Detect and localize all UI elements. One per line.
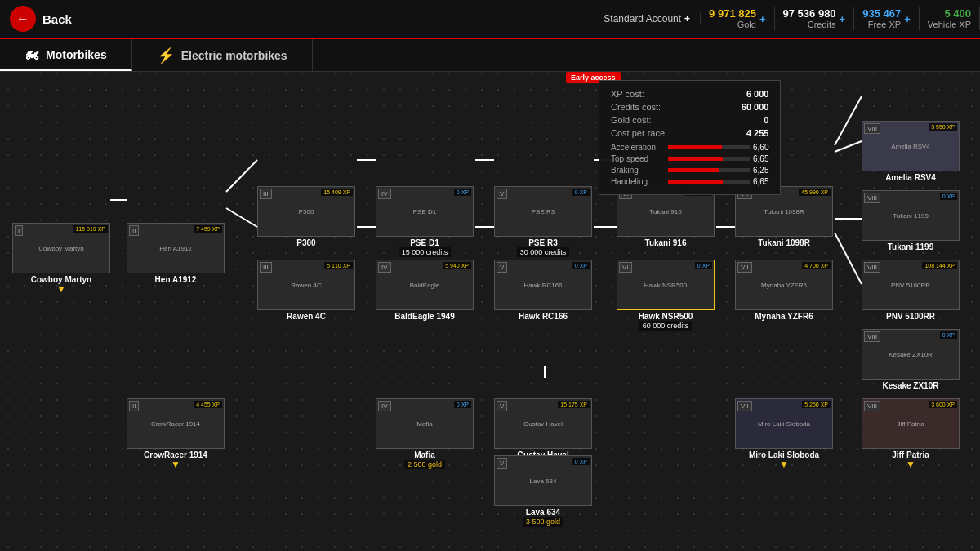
vehicle-image-jiff-patria: Jiff Patria VIII 3 600 XP bbox=[862, 398, 960, 449]
back-icon: ← bbox=[10, 6, 36, 32]
vehicle-p300[interactable]: P300 III 15 409 XP P300 bbox=[257, 186, 355, 247]
credits-label: Credits bbox=[808, 20, 836, 30]
vehicle-image-kesake-zx10r: Kesake ZX10R VIII 0 XP bbox=[862, 329, 960, 380]
vehicle-tukani-1199[interactable]: Tukani 1199 VIII 0 XP Tukani 1199 bbox=[862, 190, 960, 251]
vehicle-hawk-nsr500[interactable]: Hawk NSR500 VI 0 XP Hawk NSR500 60 000 c… bbox=[617, 260, 715, 331]
stat-braking: Braking 6,25 bbox=[611, 166, 768, 175]
vehicle-image-amelia-rsv4: Amelia RSV4 VIII 3 550 XP bbox=[862, 121, 960, 171]
electric-icon: ⚡ bbox=[157, 47, 175, 64]
topbar: ← Back Standard Account + 9 971 825 Gold… bbox=[0, 0, 980, 39]
credits-plus[interactable]: + bbox=[840, 13, 846, 25]
tooltip-cpr-value: 4 255 bbox=[746, 128, 769, 138]
vehiclexp-label: Vehicle XP bbox=[928, 20, 971, 30]
vehicle-image-tukani-1199: Tukani 1199 VIII 0 XP bbox=[862, 190, 960, 241]
tooltip-gold-row: Gold cost: 0 bbox=[611, 115, 768, 125]
vehicle-image-mafia: Mafia IV 0 XP bbox=[376, 398, 474, 449]
tooltip-credits-row: Credits cost: 60 000 bbox=[611, 102, 768, 112]
vehicle-cowboy-martyn[interactable]: Cowboy Martyn I 115 019 XP Cowboy Martyn… bbox=[12, 223, 110, 294]
vehicle-miro-laki-sloboda[interactable]: Miro Laki Sloboda VII 5 250 XP Miro Laki… bbox=[735, 398, 833, 469]
freexp-section: 935 467 Free XP + bbox=[854, 7, 920, 31]
vehicle-jiff-patria[interactable]: Jiff Patria VIII 3 600 XP Jiff Patria ▼ bbox=[862, 398, 960, 469]
tooltip-xp-value: 6 000 bbox=[746, 89, 769, 99]
tabs: 🏍 Motorbikes ⚡ Electric motorbikes bbox=[0, 39, 980, 72]
vehicle-kesake-zx10r[interactable]: Kesake ZX10R VIII 0 XP Kesake ZX10R bbox=[862, 329, 960, 390]
tooltip-credits-label: Credits cost: bbox=[611, 102, 661, 112]
vehicle-image-p300: P300 III 15 409 XP bbox=[257, 186, 355, 237]
vehicle-pnv-5100rr[interactable]: PNV 5100RR VIII 108 144 XP PNV 5100RR bbox=[862, 260, 960, 321]
tooltip-cpr-row: Cost per race 4 255 bbox=[611, 128, 768, 138]
tab-electric[interactable]: ⚡ Electric motorbikes bbox=[132, 39, 313, 71]
credits-section: 97 536 980 Credits + bbox=[775, 7, 855, 31]
vehiclexp-section: 5 400 Vehicle XP bbox=[920, 7, 980, 31]
vehicle-hen-a1912[interactable]: Hen A1912 II 7 459 XP Hen A1912 bbox=[127, 223, 225, 284]
tab-electric-label: Electric motorbikes bbox=[181, 49, 287, 62]
vehicle-lava-634[interactable]: Lava 634 V 0 XP Lava 634 3 500 gold bbox=[494, 455, 592, 527]
vehicle-image-gustav-havel: Gustav Havel V 15 175 XP bbox=[494, 398, 592, 449]
tooltip-gold-label: Gold cost: bbox=[611, 115, 652, 125]
vehiclexp-value: 5 400 bbox=[944, 7, 971, 20]
vehicle-image-pse-r3: PSE R3 V 0 XP bbox=[494, 186, 592, 237]
tooltip-xp-row: XP cost: 6 000 bbox=[611, 89, 768, 99]
vehicle-gustav-havel[interactable]: Gustav Havel V 15 175 XP Gustav Havel bbox=[494, 398, 592, 460]
tooltip-cpr-label: Cost per race bbox=[611, 128, 665, 138]
vehicle-rawen-4c[interactable]: Rawen 4C III 5 110 XP Rawen 4C bbox=[257, 260, 355, 321]
vehicle-image-lava-634: Lava 634 V 0 XP bbox=[494, 455, 592, 506]
tooltip-credits-value: 60 000 bbox=[742, 102, 769, 112]
vehicle-amelia-rsv4[interactable]: Amelia RSV4 VIII 3 550 XP Amelia RSV4 bbox=[862, 121, 960, 182]
vehicle-image-hawk-nsr500: Hawk NSR500 VI 0 XP bbox=[617, 260, 715, 310]
vehicle-tukani-916[interactable]: Tukani 916 VI 7 754 XP Tukani 916 bbox=[617, 186, 715, 247]
vehicle-image-baldeagle-1949: BaldEagle IV 5 940 XP bbox=[376, 260, 474, 310]
vehicle-image-pnv-5100rr: PNV 5100RR VIII 108 144 XP bbox=[862, 260, 960, 310]
vehicle-tukani-1098r[interactable]: Tukani 1098R VII 45 990 XP Tukani 1098R bbox=[735, 186, 833, 247]
stat-acceleration: Acceleration 6,60 bbox=[611, 143, 768, 152]
gold-label: Gold bbox=[737, 20, 756, 30]
vehicle-image-rawen-4c: Rawen 4C III 5 110 XP bbox=[257, 260, 355, 310]
vehicle-mafia[interactable]: Mafia IV 0 XP Mafia 2 500 gold bbox=[376, 398, 474, 469]
vehicle-image-hen-a1912: Hen A1912 II 7 459 XP bbox=[127, 223, 225, 273]
tech-tree: Cowboy Martyn I 115 019 XP Cowboy Martyn… bbox=[0, 72, 980, 551]
vehicle-hawk-rc166[interactable]: Hawk RC166 V 0 XP Hawk RC166 bbox=[494, 260, 592, 321]
vehicle-image-pse-d1: PSE D1 IV 0 XP bbox=[376, 186, 474, 237]
vehicle-baldeagle-1949[interactable]: BaldEagle IV 5 940 XP BaldEagle 1949 bbox=[376, 260, 474, 321]
tooltip-stats: Acceleration 6,60 Top speed 6,65 Braking… bbox=[611, 143, 768, 186]
vehicle-mynaha-yzfr6[interactable]: Mynaha YZFR6 VII 4 700 XP Mynaha YZFR6 bbox=[735, 260, 833, 321]
account-label: Standard Account bbox=[604, 13, 681, 24]
account-plus[interactable]: + bbox=[684, 13, 690, 24]
stat-handling: Handeling 6,65 bbox=[611, 177, 768, 186]
back-label: Back bbox=[42, 12, 72, 26]
vehicle-image-cowboy-martyn: Cowboy Martyn I 115 019 XP bbox=[12, 223, 110, 273]
vehicle-pse-d1[interactable]: PSE D1 IV 0 XP PSE D1 15 000 credits bbox=[376, 186, 474, 257]
stat-topspeed: Top speed 6,65 bbox=[611, 154, 768, 163]
vehicle-image-miro-laki-sloboda: Miro Laki Sloboda VII 5 250 XP bbox=[735, 398, 833, 449]
tooltip-xp-label: XP cost: bbox=[611, 89, 644, 99]
vehicle-crowracer-1914[interactable]: CrowRacer 1914 II 4 455 XP CrowRacer 191… bbox=[127, 398, 225, 469]
back-button[interactable]: ← Back bbox=[10, 6, 72, 32]
freexp-plus[interactable]: + bbox=[904, 13, 911, 25]
vehicle-image-mynaha-yzfr6: Mynaha YZFR6 VII 4 700 XP bbox=[735, 260, 833, 310]
vehicle-image-hawk-rc166: Hawk RC166 V 0 XP bbox=[494, 260, 592, 310]
tab-motorbikes[interactable]: 🏍 Motorbikes bbox=[0, 39, 132, 71]
credits-value: 97 536 980 bbox=[783, 7, 836, 20]
freexp-value: 935 467 bbox=[862, 7, 901, 20]
topbar-right: Standard Account + 9 971 825 Gold + 97 5… bbox=[594, 7, 980, 31]
tooltip-gold-value: 0 bbox=[764, 115, 768, 125]
gold-plus[interactable]: + bbox=[760, 13, 766, 25]
account-section: Standard Account + bbox=[594, 13, 701, 24]
gold-section: 9 971 825 Gold + bbox=[701, 7, 774, 31]
gold-value: 9 971 825 bbox=[709, 7, 756, 20]
vehicle-image-crowracer-1914: CrowRacer 1914 II 4 455 XP bbox=[127, 398, 225, 449]
vehicle-tooltip: XP cost: 6 000 Credits cost: 60 000 Gold… bbox=[599, 80, 781, 195]
tab-motorbikes-label: Motorbikes bbox=[46, 48, 107, 61]
vehicle-pse-r3[interactable]: PSE R3 V 0 XP PSE R3 30 000 credits bbox=[494, 186, 592, 257]
freexp-label: Free XP bbox=[868, 20, 901, 30]
motorbike-icon: 🏍 bbox=[24, 46, 39, 63]
